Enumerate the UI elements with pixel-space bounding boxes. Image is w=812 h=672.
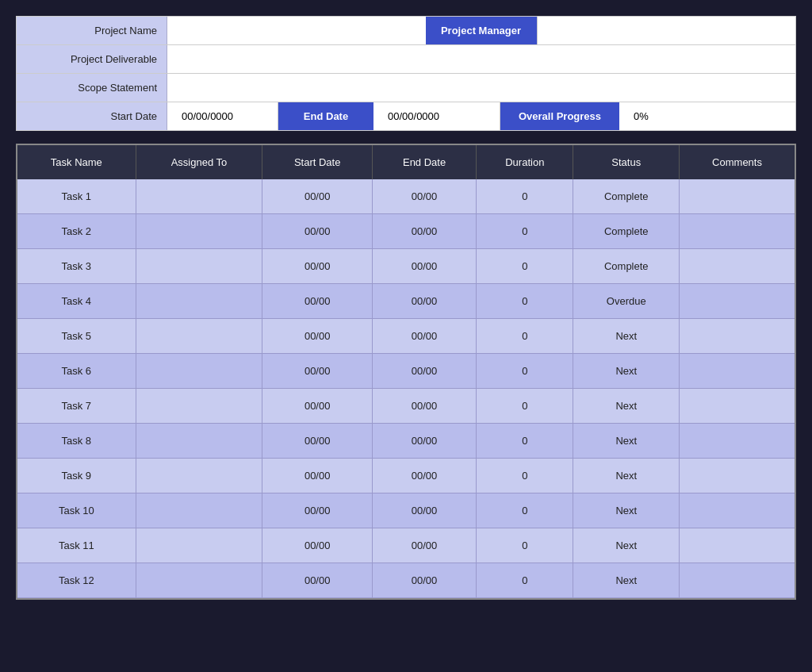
assigned-to-cell[interactable] bbox=[136, 459, 262, 493]
task-name-cell[interactable]: Task 7 bbox=[17, 389, 136, 424]
start-date-cell[interactable]: 00/00 bbox=[262, 424, 373, 459]
start-date-value[interactable]: 00/00/0000 bbox=[167, 102, 278, 130]
table-row[interactable]: Task 600/0000/000Next bbox=[17, 354, 795, 389]
start-date-cell[interactable]: 00/00 bbox=[262, 493, 373, 528]
end-date-cell[interactable]: 00/00 bbox=[373, 424, 477, 459]
status-cell[interactable]: Next bbox=[573, 424, 680, 459]
task-name-cell[interactable]: Task 5 bbox=[17, 319, 136, 354]
project-manager-button[interactable]: Project Manager bbox=[426, 17, 537, 44]
table-row[interactable]: Task 500/0000/000Next bbox=[17, 319, 795, 354]
task-name-cell[interactable]: Task 10 bbox=[17, 493, 136, 528]
start-date-cell[interactable]: 00/00 bbox=[262, 528, 373, 563]
assigned-to-cell[interactable] bbox=[136, 179, 262, 214]
status-cell[interactable]: Complete bbox=[573, 249, 680, 284]
duration-cell[interactable]: 0 bbox=[477, 284, 573, 319]
table-row[interactable]: Task 200/0000/000Complete bbox=[17, 214, 795, 249]
status-cell[interactable]: Next bbox=[573, 354, 680, 389]
end-date-cell[interactable]: 00/00 bbox=[373, 354, 477, 389]
start-date-cell[interactable]: 00/00 bbox=[262, 459, 373, 493]
comments-cell[interactable] bbox=[680, 528, 795, 563]
comments-cell[interactable] bbox=[680, 459, 795, 493]
comments-cell[interactable] bbox=[680, 214, 795, 249]
project-name-value[interactable] bbox=[167, 17, 426, 44]
comments-cell[interactable] bbox=[680, 179, 795, 214]
duration-cell[interactable]: 0 bbox=[477, 319, 573, 354]
end-date-cell[interactable]: 00/00 bbox=[373, 214, 477, 249]
assigned-to-cell[interactable] bbox=[136, 424, 262, 459]
start-date-cell[interactable]: 00/00 bbox=[262, 563, 373, 598]
start-date-cell[interactable]: 00/00 bbox=[262, 284, 373, 319]
end-date-cell[interactable]: 00/00 bbox=[373, 389, 477, 424]
assigned-to-cell[interactable] bbox=[136, 354, 262, 389]
start-date-cell[interactable]: 00/00 bbox=[262, 249, 373, 284]
comments-cell[interactable] bbox=[680, 354, 795, 389]
start-date-cell[interactable]: 00/00 bbox=[262, 214, 373, 249]
end-date-cell[interactable]: 00/00 bbox=[373, 493, 477, 528]
table-row[interactable]: Task 900/0000/000Next bbox=[17, 459, 795, 493]
assigned-to-cell[interactable] bbox=[136, 284, 262, 319]
table-row[interactable]: Task 100/0000/000Complete bbox=[17, 179, 795, 214]
duration-cell[interactable]: 0 bbox=[477, 563, 573, 598]
duration-cell[interactable]: 0 bbox=[477, 214, 573, 249]
duration-cell[interactable]: 0 bbox=[477, 249, 573, 284]
status-cell[interactable]: Next bbox=[573, 528, 680, 563]
status-cell[interactable]: Next bbox=[573, 563, 680, 598]
start-date-cell[interactable]: 00/00 bbox=[262, 354, 373, 389]
table-row[interactable]: Task 700/0000/000Next bbox=[17, 389, 795, 424]
end-date-value[interactable]: 00/00/0000 bbox=[373, 102, 500, 130]
start-date-cell[interactable]: 00/00 bbox=[262, 389, 373, 424]
table-row[interactable]: Task 300/0000/000Complete bbox=[17, 249, 795, 284]
assigned-to-cell[interactable] bbox=[136, 249, 262, 284]
task-name-cell[interactable]: Task 12 bbox=[17, 563, 136, 598]
comments-cell[interactable] bbox=[680, 284, 795, 319]
comments-cell[interactable] bbox=[680, 319, 795, 354]
end-date-cell[interactable]: 00/00 bbox=[373, 528, 477, 563]
assigned-to-cell[interactable] bbox=[136, 319, 262, 354]
duration-cell[interactable]: 0 bbox=[477, 389, 573, 424]
status-cell[interactable]: Next bbox=[573, 319, 680, 354]
overall-progress-button[interactable]: Overall Progress bbox=[500, 102, 619, 130]
task-name-cell[interactable]: Task 11 bbox=[17, 528, 136, 563]
status-cell[interactable]: Next bbox=[573, 459, 680, 493]
duration-cell[interactable]: 0 bbox=[477, 354, 573, 389]
duration-cell[interactable]: 0 bbox=[477, 493, 573, 528]
duration-cell[interactable]: 0 bbox=[477, 528, 573, 563]
task-name-cell[interactable]: Task 9 bbox=[17, 459, 136, 493]
end-date-cell[interactable]: 00/00 bbox=[373, 459, 477, 493]
table-row[interactable]: Task 1100/0000/000Next bbox=[17, 528, 795, 563]
start-date-cell[interactable]: 00/00 bbox=[262, 319, 373, 354]
duration-cell[interactable]: 0 bbox=[477, 179, 573, 214]
table-row[interactable]: Task 1000/0000/000Next bbox=[17, 493, 795, 528]
task-name-cell[interactable]: Task 1 bbox=[17, 179, 136, 214]
duration-cell[interactable]: 0 bbox=[477, 459, 573, 493]
end-date-cell[interactable]: 00/00 bbox=[373, 179, 477, 214]
assigned-to-cell[interactable] bbox=[136, 528, 262, 563]
table-row[interactable]: Task 800/0000/000Next bbox=[17, 424, 795, 459]
start-date-cell[interactable]: 00/00 bbox=[262, 179, 373, 214]
task-name-cell[interactable]: Task 6 bbox=[17, 354, 136, 389]
comments-cell[interactable] bbox=[680, 424, 795, 459]
comments-cell[interactable] bbox=[680, 493, 795, 528]
end-date-cell[interactable]: 00/00 bbox=[373, 563, 477, 598]
project-manager-value[interactable] bbox=[537, 17, 796, 44]
duration-cell[interactable]: 0 bbox=[477, 424, 573, 459]
task-name-cell[interactable]: Task 8 bbox=[17, 424, 136, 459]
status-cell[interactable]: Complete bbox=[573, 214, 680, 249]
status-cell[interactable]: Overdue bbox=[573, 284, 680, 319]
task-name-cell[interactable]: Task 2 bbox=[17, 214, 136, 249]
comments-cell[interactable] bbox=[680, 389, 795, 424]
project-deliverable-value[interactable] bbox=[167, 45, 795, 73]
assigned-to-cell[interactable] bbox=[136, 389, 262, 424]
status-cell[interactable]: Next bbox=[573, 389, 680, 424]
assigned-to-cell[interactable] bbox=[136, 214, 262, 249]
overall-progress-value[interactable]: 0% bbox=[619, 102, 795, 130]
comments-cell[interactable] bbox=[680, 563, 795, 598]
assigned-to-cell[interactable] bbox=[136, 563, 262, 598]
task-name-cell[interactable]: Task 4 bbox=[17, 284, 136, 319]
table-row[interactable]: Task 1200/0000/000Next bbox=[17, 563, 795, 598]
comments-cell[interactable] bbox=[680, 249, 795, 284]
table-row[interactable]: Task 400/0000/000Overdue bbox=[17, 284, 795, 319]
end-date-button[interactable]: End Date bbox=[278, 102, 373, 130]
status-cell[interactable]: Next bbox=[573, 493, 680, 528]
end-date-cell[interactable]: 00/00 bbox=[373, 319, 477, 354]
